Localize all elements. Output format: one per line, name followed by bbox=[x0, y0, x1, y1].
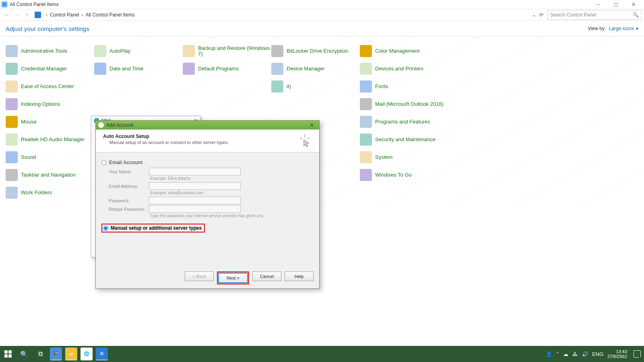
tray-chevron-up-icon[interactable]: ˄ bbox=[556, 351, 559, 357]
svg-rect-5 bbox=[4, 354, 8, 358]
radio-email-account[interactable]: Email Account bbox=[101, 160, 314, 165]
view-by-label: View by: bbox=[588, 26, 606, 31]
control-panel-item[interactable]: it) bbox=[271, 79, 360, 94]
cancel-button[interactable]: Cancel bbox=[252, 272, 281, 281]
start-button[interactable] bbox=[0, 346, 16, 362]
page-heading: Adjust your computer's settings bbox=[6, 25, 89, 32]
control-panel-item[interactable]: Programs and Features bbox=[360, 115, 448, 129]
help-button[interactable]: Help bbox=[285, 272, 314, 281]
control-panel-item-icon bbox=[360, 151, 372, 163]
back-button-dialog: < Back bbox=[185, 272, 214, 281]
control-panel-item-icon bbox=[183, 45, 195, 57]
control-panel-item-label: System bbox=[375, 154, 392, 160]
back-button[interactable]: ← bbox=[2, 10, 12, 20]
control-panel-item[interactable]: AutoPlay bbox=[94, 44, 183, 58]
control-panel-item[interactable]: Administrative Tools bbox=[6, 44, 94, 58]
dialog-close-button[interactable]: ✕ bbox=[307, 121, 317, 129]
control-panel-item-icon bbox=[6, 80, 18, 93]
control-panel-item-icon bbox=[6, 187, 18, 199]
control-panel-item-label: Fonts bbox=[375, 84, 388, 89]
up-button[interactable]: ↑ bbox=[23, 11, 31, 19]
taskbar-search-button[interactable]: 🔍 bbox=[16, 346, 32, 362]
search-icon: 🔍 bbox=[633, 12, 639, 18]
notifications-button[interactable] bbox=[634, 350, 641, 358]
tray-onedrive-icon[interactable]: ☁ bbox=[563, 351, 568, 357]
dialog-icon bbox=[98, 122, 104, 128]
tray-volume-icon[interactable]: 🔊 bbox=[582, 351, 588, 357]
breadcrumb-root[interactable]: Control Panel bbox=[50, 12, 79, 18]
control-panel-item-icon bbox=[6, 98, 18, 110]
control-panel-item[interactable]: Device Manager bbox=[271, 62, 360, 76]
control-panel-item[interactable]: Mouse bbox=[6, 115, 94, 129]
maximize-button[interactable]: ▢ bbox=[607, 0, 625, 9]
control-panel-item[interactable]: Credential Manager bbox=[6, 62, 94, 76]
yourname-label: Your Name: bbox=[109, 169, 149, 174]
tray-network-icon[interactable]: 🖧 bbox=[572, 351, 578, 357]
control-panel-item[interactable]: Color Management bbox=[360, 44, 448, 58]
control-panel-item[interactable]: Security and Maintenance bbox=[360, 132, 448, 147]
heading-row: Adjust your computer's settings View by:… bbox=[0, 21, 644, 37]
control-panel-item[interactable]: Backup and Restore (Windows 7) bbox=[183, 44, 271, 58]
system-tray: 👤 ˄ ☁ 🖧 🔊 ENG 13:43 27/6/2562 bbox=[546, 349, 644, 359]
control-panel-item[interactable]: Indexing Options bbox=[6, 97, 94, 111]
address-dropdown[interactable]: ⌄ bbox=[532, 12, 536, 18]
taskbar-file-explorer[interactable]: 📁 bbox=[65, 348, 77, 360]
control-panel-item[interactable]: Work Folders bbox=[6, 185, 94, 200]
retype-label: Retype Password: bbox=[109, 207, 149, 212]
control-panel-item-label: Color Management bbox=[375, 48, 420, 54]
chevron-down-icon[interactable]: ▾ bbox=[636, 26, 638, 31]
taskbar-chrome[interactable]: 🌐 bbox=[80, 348, 93, 360]
control-panel-item-icon bbox=[271, 80, 283, 93]
radio-manual-input[interactable] bbox=[103, 226, 108, 231]
control-panel-item[interactable]: Default Programs bbox=[183, 62, 271, 76]
control-panel-item-icon bbox=[94, 63, 106, 75]
tray-date: 27/6/2562 bbox=[607, 354, 627, 359]
control-panel-item[interactable]: Mail (Microsoft Outlook 2016) bbox=[360, 97, 448, 111]
refresh-button[interactable]: ⟳ bbox=[539, 12, 543, 18]
search-input[interactable]: Search Control Panel 🔍 bbox=[547, 10, 642, 20]
control-panel-item[interactable]: Ease of Access Center bbox=[6, 79, 94, 94]
control-panel-item-icon bbox=[271, 63, 283, 75]
minimize-button[interactable]: ─ bbox=[589, 0, 607, 9]
control-panel-item[interactable]: Taskbar and Navigation bbox=[6, 168, 94, 182]
taskbar-app-1[interactable]: 📓 bbox=[50, 348, 62, 360]
yourname-hint: Example: Ellen Adams bbox=[149, 176, 314, 181]
nav-bar: ← → ↑ › Control Panel › All Control Pane… bbox=[0, 9, 644, 21]
control-panel-item[interactable]: Fonts bbox=[360, 79, 448, 94]
control-panel-item-label: Mail (Microsoft Outlook 2016) bbox=[375, 101, 444, 107]
control-panel-item-icon bbox=[360, 98, 372, 110]
control-panel-item-icon bbox=[6, 45, 18, 57]
breadcrumb[interactable]: › Control Panel › All Control Panel Item… bbox=[43, 12, 532, 18]
tray-people-icon[interactable]: 👤 bbox=[546, 351, 552, 357]
control-panel-item[interactable]: BitLocker Drive Encryption bbox=[271, 44, 360, 58]
email-hint: Example: ellen@contoso.com bbox=[149, 191, 314, 195]
tray-language[interactable]: ENG bbox=[592, 351, 603, 357]
control-panel-item[interactable]: Sound bbox=[6, 150, 94, 165]
radio-email-input[interactable] bbox=[101, 160, 107, 165]
control-panel-item-label: Backup and Restore (Windows 7) bbox=[198, 45, 271, 57]
control-panel-item-label: Realtek HD Audio Manager bbox=[21, 137, 85, 142]
task-view-button[interactable]: ⧉ bbox=[32, 346, 48, 362]
control-panel-item-icon bbox=[6, 151, 18, 163]
close-button[interactable]: ✕ bbox=[625, 0, 642, 9]
control-panel-item[interactable]: Windows To Go bbox=[360, 168, 448, 182]
taskbar-control-panel[interactable]: ⚙ bbox=[96, 348, 108, 360]
control-panel-item[interactable]: System bbox=[360, 150, 448, 165]
control-panel-item-icon bbox=[360, 134, 372, 146]
svg-line-2 bbox=[300, 138, 302, 139]
breadcrumb-current[interactable]: All Control Panel Items bbox=[86, 12, 135, 18]
radio-manual-setup[interactable]: Manual setup or additional server types bbox=[101, 224, 205, 232]
window-titlebar: All Control Panel Items ─ ▢ ✕ bbox=[0, 0, 644, 9]
password-hint: Type the password your Internet service … bbox=[149, 214, 314, 218]
control-panel-item-icon bbox=[94, 45, 106, 57]
control-panel-item[interactable]: Devices and Printers bbox=[360, 62, 448, 76]
forward-button[interactable]: → bbox=[12, 10, 22, 20]
control-panel-item-icon bbox=[6, 169, 18, 181]
next-button-highlight: Next > bbox=[217, 272, 249, 284]
tray-clock[interactable]: 13:43 27/6/2562 bbox=[607, 349, 627, 359]
control-panel-item-icon bbox=[6, 116, 18, 128]
control-panel-item[interactable]: Date and Time bbox=[94, 62, 183, 76]
view-by-value[interactable]: Large icons bbox=[609, 26, 634, 31]
next-button[interactable]: Next > bbox=[219, 273, 248, 283]
control-panel-item[interactable]: Realtek HD Audio Manager bbox=[6, 132, 94, 147]
